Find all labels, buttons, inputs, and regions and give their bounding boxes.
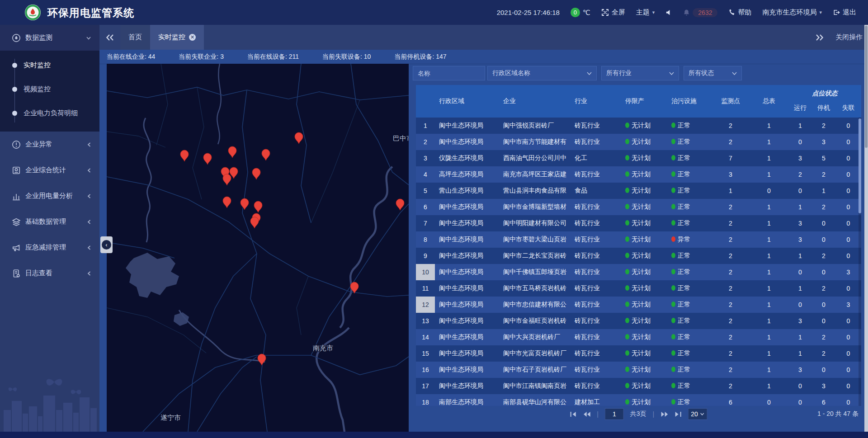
last-page-button[interactable]: [675, 411, 681, 417]
sidebar-item-1[interactable]: 企业异常: [0, 132, 99, 157]
tabs-scroll-right-icon[interactable]: [816, 34, 824, 41]
page-number-input[interactable]: 1: [605, 408, 624, 420]
table-row[interactable]: 9阆中生态环境局阆中市二龙长宝页岩砖砖瓦行业无计划正常21120: [416, 248, 861, 264]
industry-select[interactable]: 所有行业: [601, 66, 679, 80]
col-header-5[interactable]: 监测点: [712, 85, 750, 118]
sidebar-item-5[interactable]: 应急减排管理: [0, 235, 99, 260]
table-row[interactable]: 7阆中生态环境局阆中明阳建材有限公司砖瓦行业无计划正常21300: [416, 215, 861, 231]
first-page-button[interactable]: [570, 411, 576, 417]
table-row[interactable]: 15阆中生态环境局阆中市光富页岩机砖厂砖瓦行业无计划正常21120: [416, 345, 861, 362]
sidebar-item-2[interactable]: 企业综合统计: [0, 157, 99, 183]
sidebar-subitem-1[interactable]: 视频监控: [0, 77, 99, 101]
notification-widget[interactable]: 2632: [683, 8, 717, 17]
stat-item-1: 当前失联企业: 3: [179, 53, 224, 61]
tabs-scroll-left-button[interactable]: [99, 25, 120, 50]
cell-down: 2: [812, 203, 835, 211]
table-row[interactable]: 18南部生态环境局南部县砚华山河有限公建材加工无计划正常60060: [416, 394, 861, 406]
col-header-1[interactable]: 企业: [499, 85, 571, 118]
org-dropdown[interactable]: 南充市生态环境局▾: [762, 8, 822, 17]
help-button[interactable]: 帮助: [728, 8, 751, 17]
cell-industry: 食品: [571, 187, 621, 195]
status-dot-green: [671, 383, 675, 388]
col-header-6[interactable]: 总表: [750, 85, 788, 118]
table-row[interactable]: 4高坪生态环境局南充市高坪区王家店建砖瓦行业无计划正常31220: [416, 166, 861, 183]
table-row[interactable]: 13阆中生态环境局阆中市金福旺页岩机砖砖瓦行业无计划正常21300: [416, 313, 861, 329]
table-row[interactable]: 6阆中生态环境局阆中市金博瑞新型墙材砖瓦行业无计划正常21120: [416, 199, 861, 215]
cell-points: 3: [712, 171, 750, 178]
bullet-icon: [12, 111, 17, 116]
map-canvas[interactable]: 巴中市南充市遂宁市: [107, 64, 409, 432]
tab-1[interactable]: 实时监控✕: [150, 25, 204, 50]
cell-points: 2: [712, 138, 750, 146]
sidebar-item-4[interactable]: 基础数据管理: [0, 209, 99, 235]
cell-points: 1: [712, 187, 750, 194]
col-header-sub-2[interactable]: 失联: [835, 104, 861, 112]
page-scrollbar[interactable]: [864, 25, 868, 432]
table-row[interactable]: 3仪陇生态环境局西南油气田分公司川中化工无计划正常71350: [416, 150, 861, 166]
prev-page-button[interactable]: [583, 411, 590, 417]
logout-button[interactable]: 退出: [833, 8, 856, 17]
pager-separator: |: [653, 410, 655, 418]
table-row[interactable]: 14阆中生态环境局阆中大兴页岩机砖厂砖瓦行业无计划正常21120: [416, 329, 861, 345]
sound-button[interactable]: [665, 9, 672, 16]
table-row[interactable]: 1阆中生态环境局阆中强锐页岩砖厂砖瓦行业无计划正常21120: [416, 118, 861, 134]
row-number: 16: [416, 362, 435, 378]
region-select[interactable]: 行政区域名称: [487, 66, 597, 80]
cell-stop-plan: 无计划: [621, 349, 667, 358]
map-panel[interactable]: ‹: [107, 64, 409, 432]
table-row[interactable]: 11阆中生态环境局阆中市五马桥页岩机砖砖瓦行业无计划正常21120: [416, 280, 861, 297]
col-header-2[interactable]: 行业: [571, 85, 621, 118]
table-row[interactable]: 12阆中生态环境局阆中市忠信建材有限公砖瓦行业无计划正常21003: [416, 297, 861, 313]
cell-facility: 正常: [667, 122, 712, 130]
page-size-select[interactable]: 20: [688, 408, 708, 420]
fullscreen-button[interactable]: 全屏: [601, 8, 625, 17]
col-header-3[interactable]: 停限产: [621, 85, 667, 118]
cell-run: 1: [788, 252, 812, 259]
tab-0[interactable]: 首页: [120, 25, 150, 50]
app-logo-icon: [24, 4, 41, 21]
cell-facility: 正常: [667, 349, 712, 358]
cell-run: 1: [788, 350, 812, 357]
cell-facility: 正常: [667, 301, 712, 309]
col-header-sub-0[interactable]: 运行: [788, 104, 812, 112]
table-row[interactable]: 2阆中生态环境局阆中市南方节能建材有砖瓦行业无计划正常21030: [416, 134, 861, 150]
sidebar-item-3[interactable]: 企业用电量分析: [0, 183, 99, 209]
table-row[interactable]: 5营山生态环境局营山县润丰肉食品有限食品无计划正常10010: [416, 183, 861, 199]
cell-meters: 1: [750, 220, 788, 227]
table-row[interactable]: 16阆中生态环境局阆中市石子页岩机砖厂砖瓦行业无计划正常21300: [416, 362, 861, 378]
row-number: 9: [416, 248, 435, 264]
table-scrollbar[interactable]: [859, 118, 861, 406]
name-search-input[interactable]: [413, 66, 485, 80]
next-page-button[interactable]: [660, 411, 668, 417]
cell-company: 阆中市五马桥页岩机砖: [499, 284, 571, 292]
table-row[interactable]: 10阆中生态环境局阆中千佛镇五郎垭页岩砖瓦行业无计划正常21003: [416, 264, 861, 280]
cell-stop-plan: 无计划: [621, 252, 667, 260]
cell-down: 0: [812, 220, 835, 227]
col-header-4[interactable]: 治污设施: [667, 85, 712, 118]
theme-dropdown[interactable]: 主题▾: [636, 8, 655, 17]
table-row[interactable]: 17阆中生态环境局阆中市江南镇阆南页岩砖瓦行业无计划正常21030: [416, 378, 861, 394]
cell-company: 阆中强锐页岩砖厂: [499, 122, 571, 130]
sidebar-item-0[interactable]: 数据监测: [0, 25, 99, 51]
close-operations-menu[interactable]: 关闭操作: [835, 33, 863, 42]
status-select[interactable]: 所有状态: [684, 66, 742, 80]
status-dot-green: [625, 285, 629, 291]
sidebar-item-6[interactable]: 日志查看: [0, 260, 99, 286]
cell-company: 南充市高坪区王家店建: [499, 170, 571, 179]
table-row[interactable]: 8阆中生态环境局阆中市枣碧大梁山页岩砖瓦行业无计划异常21300: [416, 231, 861, 248]
col-header-sub-1[interactable]: 停机: [812, 104, 835, 112]
cell-run: 0: [788, 138, 812, 146]
col-header-0[interactable]: 行政区域: [435, 85, 499, 118]
status-dot-green: [671, 285, 675, 291]
cell-lost: 0: [835, 317, 861, 325]
sidebar-subitem-0[interactable]: 实时监控: [0, 53, 99, 77]
status-dot-green: [625, 269, 629, 274]
row-number: 13: [416, 313, 435, 329]
sidebar-collapse-button[interactable]: ‹: [100, 236, 113, 253]
cell-facility: 正常: [667, 187, 712, 195]
tab-close-icon[interactable]: ✕: [189, 34, 196, 41]
cell-facility: 正常: [667, 219, 712, 227]
cell-run: 3: [788, 366, 812, 373]
sidebar-subitem-2[interactable]: 企业电力负荷明细: [0, 101, 99, 125]
cell-meters: 1: [750, 382, 788, 390]
